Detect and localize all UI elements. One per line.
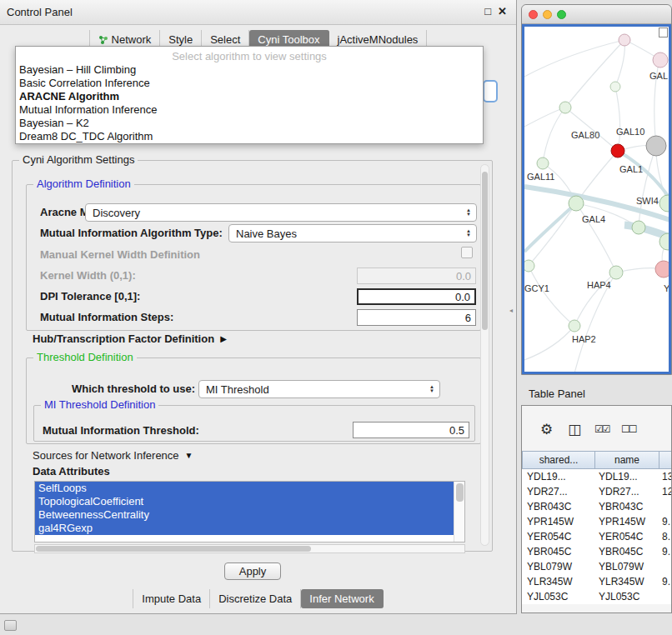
network-node[interactable] [611, 144, 624, 158]
bottom-tab-discretize-data[interactable]: Discretize Data [210, 589, 301, 608]
attribute-item[interactable]: TopologicalCoefficient [35, 495, 454, 508]
network-edge[interactable] [618, 151, 670, 199]
network-edge[interactable] [615, 87, 620, 151]
attribute-list-horizontal-scrollbar[interactable] [34, 544, 465, 553]
table-row[interactable]: YJL053CYJL053C [522, 589, 672, 604]
dpi-tolerance-field[interactable]: 0.0 [357, 288, 476, 305]
algorithm-option[interactable]: Dream8 DC_TDC Algorithm [16, 130, 483, 143]
mi-threshold-label: Mutual Information Threshold: [43, 425, 199, 437]
table-cell: 9. [659, 514, 672, 529]
network-node[interactable] [655, 261, 670, 278]
checked-rows-icon[interactable]: ☑☑ [594, 423, 609, 435]
close-icon[interactable]: ✕ [498, 5, 507, 18]
network-canvas[interactable]: GALGAL80GAL10GAL11GAL1SWI4GAL4GCY1HAP4YH… [522, 24, 671, 374]
zoom-traffic-light-icon[interactable] [557, 10, 566, 19]
table-cell [659, 559, 672, 574]
which-threshold-select[interactable]: MI Threshold ▲▼ [198, 380, 440, 398]
attribute-item[interactable]: gal4RGexp [35, 522, 454, 535]
node-label: GAL11 [527, 172, 554, 182]
network-edge[interactable] [565, 40, 624, 108]
table-cell: YBR045C [595, 544, 659, 559]
mi-threshold-field[interactable]: 0.5 [353, 422, 469, 438]
table-row[interactable]: YDL19...YDL19...13 [522, 469, 672, 484]
algorithm-option[interactable]: ARACNE Algorithm [16, 90, 483, 103]
table-row[interactable]: YBR045CYBR045C9. [522, 544, 672, 559]
column-header[interactable]: name [595, 451, 659, 469]
bottom-tab-impute-data[interactable]: Impute Data [133, 589, 210, 608]
scrollbar-thumb[interactable] [36, 546, 311, 552]
column-header[interactable] [659, 451, 672, 469]
network-node[interactable] [610, 82, 620, 92]
mi-steps-field[interactable]: 6 [357, 309, 476, 326]
algorithm-option[interactable]: Bayesian – K2 [16, 117, 483, 130]
table-panel-window: ⚙◫☑☑☐☐ shared...name YDL19...YDL19...13Y… [521, 405, 672, 613]
table-cell: YPR145W [522, 514, 595, 529]
network-edge[interactable] [615, 40, 624, 87]
kernel-width-field[interactable]: 0.0 [357, 268, 476, 284]
column-header[interactable]: shared... [522, 451, 595, 469]
data-attributes-label: Data Attributes [33, 466, 110, 478]
unchecked-rows-icon[interactable]: ☐☐ [621, 423, 636, 435]
table-row[interactable]: YPR145WYPR145W9. [522, 514, 672, 529]
attribute-list[interactable]: SelfLoopsTopologicalCoefficientBetweenne… [34, 481, 465, 542]
taskbar-mini-icon[interactable] [4, 620, 17, 631]
apply-button[interactable]: Apply [224, 562, 281, 580]
algorithm-option[interactable]: Mutual Information Inference [16, 103, 483, 117]
sources-section-toggle[interactable]: Sources for Network Inference ▼ [33, 449, 193, 462]
network-node[interactable] [569, 320, 580, 332]
network-node[interactable] [632, 221, 645, 234]
network-edge[interactable] [524, 203, 576, 252]
network-node[interactable] [537, 158, 549, 169]
float-window-icon[interactable]: □ [484, 5, 491, 18]
table-row[interactable]: YDR27...YDR27...12 [522, 484, 672, 499]
node-label: GAL80 [571, 130, 599, 140]
network-edge[interactable] [529, 203, 576, 266]
minimize-traffic-light-icon[interactable] [543, 10, 552, 19]
attribute-list-vertical-scrollbar[interactable] [454, 482, 464, 542]
gear-icon[interactable]: ⚙ [540, 421, 553, 438]
aracne-mode-select[interactable]: Discovery ▲▼ [85, 203, 477, 222]
network-edge[interactable] [524, 40, 624, 77]
settings-group-title: Cyni Algorithm Settings [19, 153, 138, 166]
table-cell: YJL053C [522, 589, 595, 604]
attribute-item[interactable]: SelfLoops [35, 482, 454, 495]
table-cell: 12 [659, 484, 672, 499]
control-panel-titlebar: Control Panel □ ✕ [0, 0, 516, 25]
settings-vertical-scrollbar[interactable] [480, 164, 489, 546]
network-edge[interactable] [565, 108, 618, 151]
table-row[interactable]: YER054CYER054C8. [522, 529, 672, 544]
splitter-arrow-icon[interactable]: ◂ [509, 307, 513, 314]
network-edge[interactable] [524, 326, 574, 360]
network-node[interactable] [653, 52, 668, 68]
network-node[interactable] [646, 136, 666, 156]
tab-label: Select [210, 33, 240, 46]
algorithm-option[interactable]: Basic Correlation Inference [16, 77, 483, 90]
mi-type-select[interactable]: Naive Bayes ▲▼ [228, 224, 477, 242]
table-row[interactable]: YLR345WYLR345W9. [522, 574, 672, 589]
network-node[interactable] [569, 196, 584, 211]
table-row[interactable]: YBL079WYBL079W [522, 559, 672, 574]
columns-icon[interactable]: ◫ [568, 421, 581, 438]
node-label: HAP4 [587, 280, 611, 290]
network-node[interactable] [524, 260, 534, 272]
close-traffic-light-icon[interactable] [529, 10, 538, 19]
network-node[interactable] [609, 266, 623, 279]
algorithm-dropdown-popup: Select algorithm to view settings Bayesi… [15, 46, 484, 144]
attribute-item[interactable]: BetweennessCentrality [35, 508, 454, 522]
hub-section-toggle[interactable]: Hub/Transcription Factor Definition ▶ [33, 332, 227, 345]
network-node[interactable] [559, 102, 571, 113]
scrollbar-thumb[interactable] [482, 172, 488, 330]
table-cell: YJL053C [595, 589, 659, 604]
bottom-tab-infer-network[interactable]: Infer Network [301, 589, 383, 608]
network-window-titlebar[interactable] [522, 5, 671, 24]
birdseye-box[interactable] [659, 28, 668, 38]
algorithm-option[interactable]: Bayesian – Hill Climbing [16, 63, 483, 77]
window-title: Control Panel [7, 6, 73, 18]
manual-kernel-checkbox[interactable] [461, 247, 473, 258]
network-node[interactable] [659, 195, 670, 212]
table-toolbar: ⚙◫☑☑☐☐ [522, 412, 671, 449]
scrollbar-thumb[interactable] [456, 483, 464, 502]
network-edge[interactable] [529, 266, 574, 326]
table-row[interactable]: YBR043CYBR043C [522, 499, 672, 514]
network-node[interactable] [619, 34, 630, 46]
